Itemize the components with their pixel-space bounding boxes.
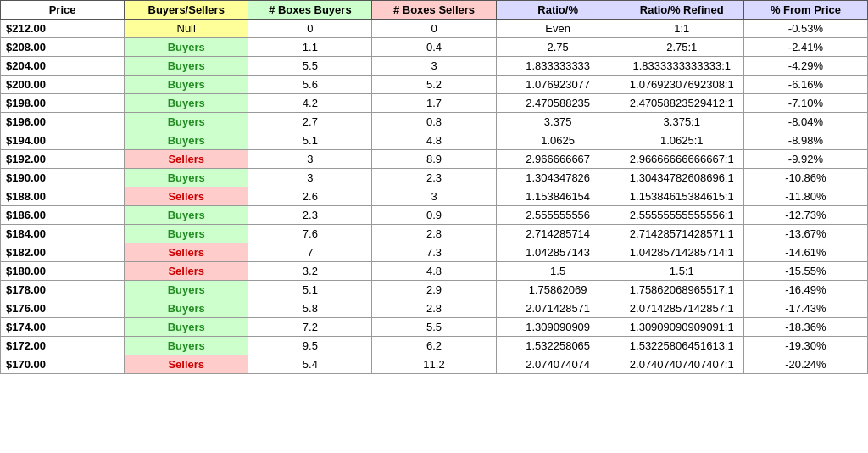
buyers-sellers-cell: Sellers bbox=[125, 150, 248, 169]
ratio-refined-cell: 2.07407407407407:1 bbox=[620, 355, 743, 374]
price-cell: $196.00 bbox=[1, 113, 125, 131]
ratio-cell: 1.75862069 bbox=[496, 281, 620, 299]
column-header-bs: Buyers/Sellers bbox=[125, 1, 248, 20]
boxes-sellers-cell: 0.8 bbox=[372, 113, 496, 131]
from-price-cell: -11.80% bbox=[743, 187, 867, 206]
ratio-refined-cell: 1.75862068965517:1 bbox=[620, 281, 743, 299]
table-row: $190.00Buyers32.31.3043478261.3043478260… bbox=[1, 169, 868, 187]
ratio-cell: 1.076923077 bbox=[496, 76, 620, 94]
from-price-cell: -6.16% bbox=[743, 76, 867, 94]
boxes-buyers-cell: 3 bbox=[248, 150, 372, 169]
table-row: $188.00Sellers2.631.1538461541.153846153… bbox=[1, 187, 868, 206]
boxes-sellers-cell: 7.3 bbox=[372, 243, 496, 262]
table-row: $184.00Buyers7.62.82.7142857142.71428571… bbox=[1, 225, 868, 243]
price-cell: $170.00 bbox=[1, 355, 125, 374]
boxes-sellers-cell: 2.3 bbox=[372, 169, 496, 187]
boxes-sellers-cell: 3 bbox=[372, 57, 496, 76]
from-price-cell: -8.04% bbox=[743, 113, 867, 131]
price-cell: $212.00 bbox=[1, 20, 125, 38]
from-price-cell: -13.67% bbox=[743, 225, 867, 243]
table-row: $198.00Buyers4.21.72.4705882352.47058823… bbox=[1, 94, 868, 113]
column-header-fromPrice: % From Price bbox=[743, 1, 867, 20]
from-price-cell: -8.98% bbox=[743, 131, 867, 150]
ratio-cell: 1.0625 bbox=[496, 131, 620, 150]
price-cell: $204.00 bbox=[1, 57, 125, 76]
ratio-refined-cell: 1.8333333333333:1 bbox=[620, 57, 743, 76]
boxes-buyers-cell: 0 bbox=[248, 20, 372, 38]
price-cell: $180.00 bbox=[1, 262, 125, 281]
ratio-refined-cell: 1:1 bbox=[620, 20, 743, 38]
buyers-sellers-cell: Buyers bbox=[125, 337, 248, 355]
buyers-sellers-cell: Buyers bbox=[125, 206, 248, 225]
ratio-refined-cell: 1.07692307692308:1 bbox=[620, 76, 743, 94]
ratio-cell: 2.470588235 bbox=[496, 94, 620, 113]
ratio-cell: 3.375 bbox=[496, 113, 620, 131]
boxes-buyers-cell: 2.3 bbox=[248, 206, 372, 225]
boxes-sellers-cell: 6.2 bbox=[372, 337, 496, 355]
price-cell: $182.00 bbox=[1, 243, 125, 262]
buyers-sellers-cell: Buyers bbox=[125, 113, 248, 131]
boxes-buyers-cell: 3.2 bbox=[248, 262, 372, 281]
boxes-sellers-cell: 0.4 bbox=[372, 38, 496, 57]
boxes-buyers-cell: 5.1 bbox=[248, 131, 372, 150]
price-cell: $192.00 bbox=[1, 150, 125, 169]
ratio-refined-cell: 1.5:1 bbox=[620, 262, 743, 281]
table-row: $178.00Buyers5.12.91.758620691.758620689… bbox=[1, 281, 868, 299]
table-row: $212.00Null00Even1:1-0.53% bbox=[1, 20, 868, 38]
boxes-sellers-cell: 2.9 bbox=[372, 281, 496, 299]
ratio-cell: 2.714285714 bbox=[496, 225, 620, 243]
buyers-sellers-cell: Sellers bbox=[125, 262, 248, 281]
ratio-cell: 1.309090909 bbox=[496, 318, 620, 337]
boxes-buyers-cell: 5.8 bbox=[248, 299, 372, 318]
ratio-refined-cell: 2.07142857142857:1 bbox=[620, 299, 743, 318]
price-cell: $194.00 bbox=[1, 131, 125, 150]
buyers-sellers-cell: Buyers bbox=[125, 131, 248, 150]
boxes-sellers-cell: 1.7 bbox=[372, 94, 496, 113]
ratio-refined-cell: 1.53225806451613:1 bbox=[620, 337, 743, 355]
from-price-cell: -4.29% bbox=[743, 57, 867, 76]
boxes-sellers-cell: 5.2 bbox=[372, 76, 496, 94]
boxes-buyers-cell: 2.6 bbox=[248, 187, 372, 206]
from-price-cell: -7.10% bbox=[743, 94, 867, 113]
price-cell: $178.00 bbox=[1, 281, 125, 299]
boxes-sellers-cell: 3 bbox=[372, 187, 496, 206]
from-price-cell: -12.73% bbox=[743, 206, 867, 225]
column-header-bsell: # Boxes Sellers bbox=[372, 1, 496, 20]
buyers-sellers-cell: Buyers bbox=[125, 169, 248, 187]
boxes-sellers-cell: 4.8 bbox=[372, 131, 496, 150]
from-price-cell: -16.49% bbox=[743, 281, 867, 299]
table-row: $192.00Sellers38.92.9666666672.966666666… bbox=[1, 150, 868, 169]
buyers-sellers-cell: Sellers bbox=[125, 243, 248, 262]
ratio-refined-cell: 1.30434782608696:1 bbox=[620, 169, 743, 187]
price-cell: $188.00 bbox=[1, 187, 125, 206]
table-row: $182.00Sellers77.31.0428571431.042857142… bbox=[1, 243, 868, 262]
boxes-sellers-cell: 2.8 bbox=[372, 225, 496, 243]
boxes-buyers-cell: 3 bbox=[248, 169, 372, 187]
column-header-price: Price bbox=[1, 1, 125, 20]
ratio-refined-cell: 1.04285714285714:1 bbox=[620, 243, 743, 262]
boxes-sellers-cell: 11.2 bbox=[372, 355, 496, 374]
ratio-refined-cell: 3.375:1 bbox=[620, 113, 743, 131]
table-row: $180.00Sellers3.24.81.51.5:1-15.55% bbox=[1, 262, 868, 281]
boxes-buyers-cell: 7.2 bbox=[248, 318, 372, 337]
ratio-refined-cell: 2.55555555555556:1 bbox=[620, 206, 743, 225]
from-price-cell: -17.43% bbox=[743, 299, 867, 318]
boxes-buyers-cell: 9.5 bbox=[248, 337, 372, 355]
buyers-sellers-cell: Buyers bbox=[125, 76, 248, 94]
boxes-sellers-cell: 4.8 bbox=[372, 262, 496, 281]
table-row: $200.00Buyers5.65.21.0769230771.07692307… bbox=[1, 76, 868, 94]
ratio-cell: 1.5 bbox=[496, 262, 620, 281]
price-cell: $198.00 bbox=[1, 94, 125, 113]
from-price-cell: -14.61% bbox=[743, 243, 867, 262]
boxes-sellers-cell: 0 bbox=[372, 20, 496, 38]
from-price-cell: -19.30% bbox=[743, 337, 867, 355]
boxes-buyers-cell: 5.6 bbox=[248, 76, 372, 94]
ratio-cell: 2.074074074 bbox=[496, 355, 620, 374]
column-header-ratio: Ratio/% bbox=[496, 1, 620, 20]
price-cell: $174.00 bbox=[1, 318, 125, 337]
table-row: $194.00Buyers5.14.81.06251.0625:1-8.98% bbox=[1, 131, 868, 150]
ratio-refined-cell: 2.47058823529412:1 bbox=[620, 94, 743, 113]
boxes-buyers-cell: 7 bbox=[248, 243, 372, 262]
boxes-buyers-cell: 5.5 bbox=[248, 57, 372, 76]
ratio-cell: 2.555555556 bbox=[496, 206, 620, 225]
